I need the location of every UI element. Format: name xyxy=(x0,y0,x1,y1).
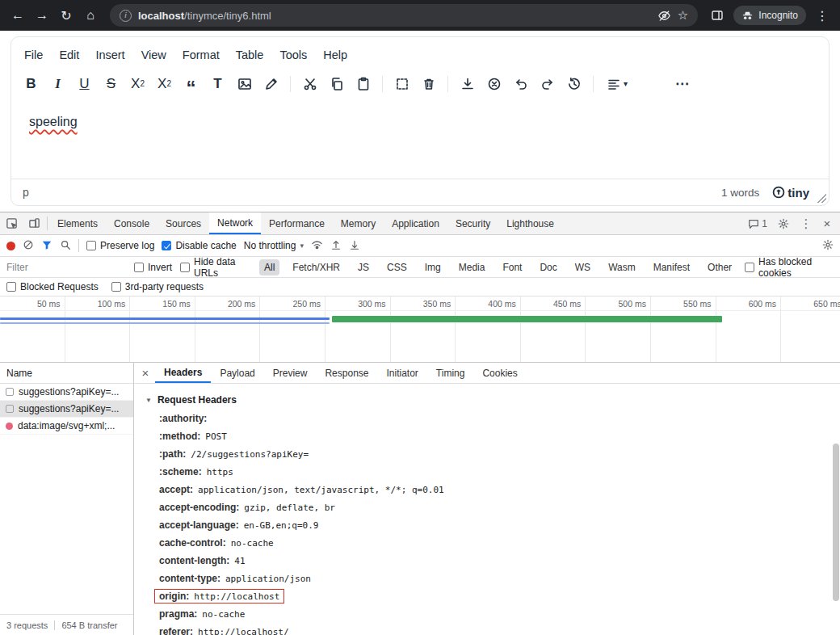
has-blocked-cookies-checkbox[interactable]: Has blocked cookies xyxy=(745,256,834,279)
menu-format[interactable]: Format xyxy=(174,44,228,66)
device-toolbar-icon[interactable] xyxy=(23,212,45,234)
import-har-icon[interactable] xyxy=(330,239,342,253)
filter-type-ws[interactable]: WS xyxy=(570,259,595,275)
underline-icon[interactable]: U xyxy=(71,70,98,97)
menu-insert[interactable]: Insert xyxy=(87,44,132,66)
issues-icon[interactable]: 1 xyxy=(745,218,771,229)
menu-table[interactable]: Table xyxy=(228,44,272,66)
browser-menu-icon[interactable]: ⋮ xyxy=(811,4,834,27)
record-icon[interactable] xyxy=(6,242,15,250)
superscript-icon[interactable]: X2 xyxy=(151,70,178,97)
resize-handle[interactable] xyxy=(817,194,826,203)
select-all-icon[interactable] xyxy=(388,70,415,97)
copy-icon[interactable] xyxy=(323,70,350,97)
filter-type-fetchxhr[interactable]: Fetch/XHR xyxy=(288,259,345,275)
detail-tab-initiator[interactable]: Initiator xyxy=(377,363,426,383)
word-count[interactable]: 1 words xyxy=(721,187,759,199)
filter-type-js[interactable]: JS xyxy=(353,259,374,275)
filter-type-all[interactable]: All xyxy=(259,259,279,275)
request-row[interactable]: suggestions?apiKey=... xyxy=(0,384,133,401)
tiny-logo[interactable]: tiny xyxy=(772,186,809,200)
detail-tab-response[interactable]: Response xyxy=(316,363,377,383)
filter-type-wasm[interactable]: Wasm xyxy=(603,259,640,275)
menu-view[interactable]: View xyxy=(133,44,174,66)
bookmark-star-icon[interactable]: ☆ xyxy=(678,8,688,23)
back-icon[interactable]: ← xyxy=(6,4,29,27)
cancel-icon[interactable] xyxy=(481,70,507,97)
undo-icon[interactable] xyxy=(507,70,534,97)
forward-icon[interactable]: → xyxy=(31,4,53,27)
devtools-tab-performance[interactable]: Performance xyxy=(261,212,333,234)
element-path[interactable]: p xyxy=(23,186,29,199)
network-overview-timeline[interactable]: 50 ms 100 ms 150 ms 200 ms 250 ms 300 ms… xyxy=(0,296,840,363)
format-painter-icon[interactable]: T xyxy=(204,70,231,97)
eye-blocked-icon[interactable] xyxy=(657,9,671,23)
detail-scrollbar-thumb[interactable] xyxy=(833,444,839,601)
side-panel-icon[interactable] xyxy=(706,4,729,27)
bold-icon[interactable]: B xyxy=(18,70,44,97)
disable-cache-checkbox[interactable]: Disable cache xyxy=(162,240,236,251)
filter-type-media[interactable]: Media xyxy=(454,259,490,275)
filter-type-img[interactable]: Img xyxy=(420,259,446,275)
blocked-requests-checkbox[interactable]: Blocked Requests xyxy=(6,281,99,292)
detail-tab-preview[interactable]: Preview xyxy=(264,363,317,383)
misspelled-word[interactable]: speeling xyxy=(29,115,78,128)
devtools-tab-network[interactable]: Network xyxy=(209,212,261,234)
devtools-tab-lighthouse[interactable]: Lighthouse xyxy=(498,212,562,234)
disclosure-triangle-icon[interactable]: ▼ xyxy=(145,397,152,404)
subscript-icon[interactable]: X2 xyxy=(124,70,151,97)
name-column-header[interactable]: Name xyxy=(0,363,133,384)
export-har-icon[interactable] xyxy=(349,239,360,253)
request-headers-section[interactable]: ▼ Request Headers xyxy=(145,390,829,410)
insert-image-icon[interactable] xyxy=(231,70,258,97)
filter-type-other[interactable]: Other xyxy=(703,259,737,275)
restore-draft-icon[interactable] xyxy=(561,70,587,97)
hide-data-urls-checkbox[interactable]: Hide data URLs xyxy=(180,256,251,279)
detail-tab-payload[interactable]: Payload xyxy=(211,363,263,383)
paste-icon[interactable] xyxy=(350,70,376,97)
menu-file[interactable]: File xyxy=(16,44,51,66)
filter-type-doc[interactable]: Doc xyxy=(535,259,561,275)
more-toolbar-icon[interactable]: ⋯ xyxy=(669,70,695,97)
italic-icon[interactable]: I xyxy=(44,70,71,97)
devtools-tab-elements[interactable]: Elements xyxy=(49,212,106,234)
devtools-tab-application[interactable]: Application xyxy=(384,212,447,234)
blockquote-icon[interactable]: “ xyxy=(178,70,204,97)
inspect-element-icon[interactable] xyxy=(0,212,23,234)
align-menu-icon[interactable]: ▾ xyxy=(599,70,635,97)
detail-tab-cookies[interactable]: Cookies xyxy=(473,363,526,383)
cut-icon[interactable] xyxy=(296,70,323,97)
third-party-requests-checkbox[interactable]: 3rd-party requests xyxy=(111,281,204,292)
permanent-pen-icon[interactable] xyxy=(258,70,284,97)
devtools-tab-sources[interactable]: Sources xyxy=(158,212,209,234)
devtools-settings-gear-icon[interactable] xyxy=(772,218,795,229)
reload-icon[interactable]: ↻ xyxy=(55,4,78,27)
export-icon[interactable] xyxy=(454,70,481,97)
devtools-menu-icon[interactable]: ⋮ xyxy=(796,217,816,231)
redo-icon[interactable] xyxy=(534,70,561,97)
detail-tab-headers[interactable]: Headers xyxy=(155,363,211,383)
filter-funnel-icon[interactable] xyxy=(41,239,52,253)
devtools-tab-console[interactable]: Console xyxy=(106,212,158,234)
menu-help[interactable]: Help xyxy=(315,44,355,66)
preserve-log-checkbox[interactable]: Preserve log xyxy=(86,240,154,251)
strikethrough-icon[interactable]: S xyxy=(98,70,124,97)
throttling-dropdown[interactable]: No throttling ▾ xyxy=(244,240,304,251)
filter-type-manifest[interactable]: Manifest xyxy=(649,259,695,275)
incognito-badge[interactable]: Incognito xyxy=(733,6,806,25)
request-row[interactable]: data:image/svg+xml;... xyxy=(0,418,133,435)
delete-icon[interactable] xyxy=(415,70,442,97)
detail-close-icon[interactable]: × xyxy=(136,363,155,383)
editor-content-area[interactable]: speeling xyxy=(11,102,829,179)
devtools-tab-memory[interactable]: Memory xyxy=(333,212,384,234)
devtools-close-icon[interactable]: × xyxy=(817,217,837,230)
network-settings-gear-icon[interactable] xyxy=(822,239,834,253)
page-info-icon[interactable]: i xyxy=(120,10,132,22)
search-icon[interactable] xyxy=(60,239,71,253)
filter-input[interactable] xyxy=(6,262,126,273)
clear-icon[interactable] xyxy=(23,239,34,253)
address-bar[interactable]: i localhost/tinymce/tiny6.html ☆ xyxy=(110,4,698,27)
menu-edit[interactable]: Edit xyxy=(51,44,87,66)
detail-tab-timing[interactable]: Timing xyxy=(427,363,474,383)
filter-type-font[interactable]: Font xyxy=(498,259,527,275)
